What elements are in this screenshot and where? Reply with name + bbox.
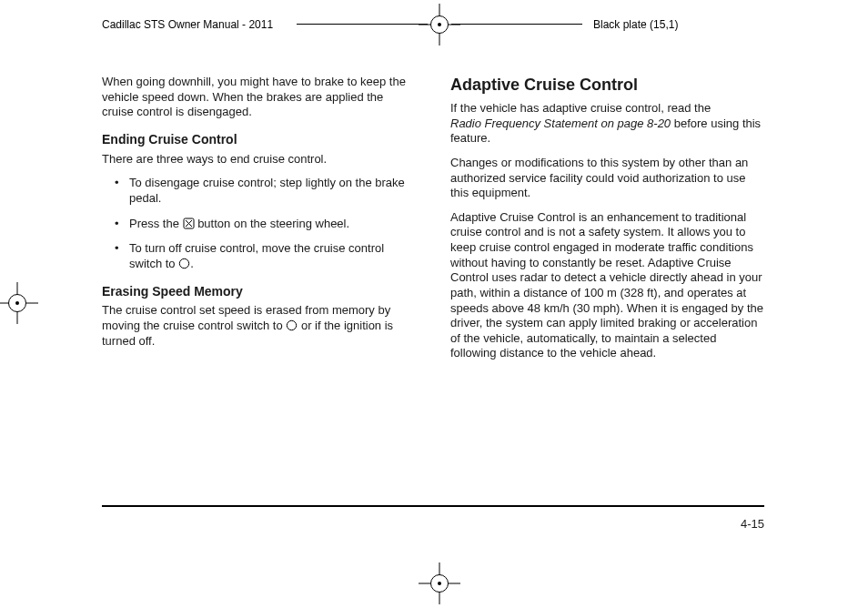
cross-reference: Radio Frequency Statement on page 8‑20 xyxy=(450,117,671,130)
adaptive-intro-paragraph: If the vehicle has adaptive cruise contr… xyxy=(450,101,764,147)
adaptive-description-paragraph: Adaptive Cruise Control is an enhancemen… xyxy=(450,210,764,361)
list-text: Press the xyxy=(129,217,183,230)
registration-mark-left xyxy=(0,282,38,324)
list-text: . xyxy=(190,257,194,270)
registration-mark-bottom xyxy=(419,562,460,604)
svg-point-3 xyxy=(179,258,188,268)
list-text: button on the steering wheel. xyxy=(195,217,350,230)
off-switch-icon xyxy=(286,319,298,331)
registration-mark-top xyxy=(419,4,460,46)
footer-rule xyxy=(102,505,764,507)
header-right-text: Black plate (15,1) xyxy=(593,18,678,31)
ending-cruise-list: To disengage cruise control; step lightl… xyxy=(102,176,416,271)
ending-cruise-heading: Ending Cruise Control xyxy=(102,132,416,148)
left-column: When going downhill, you might have to b… xyxy=(102,75,416,370)
cancel-button-icon xyxy=(183,218,195,229)
ending-cruise-intro: There are three ways to end cruise contr… xyxy=(102,152,416,167)
header-rule-left xyxy=(297,24,428,25)
para-text: If the vehicle has adaptive cruise contr… xyxy=(450,101,711,115)
list-item: To disengage cruise control; step lightl… xyxy=(129,176,416,206)
page-body: When going downhill, you might have to b… xyxy=(102,75,764,370)
header-left-text: Cadillac STS Owner Manual - 2011 xyxy=(102,18,273,31)
erasing-speed-paragraph: The cruise control set speed is erased f… xyxy=(102,303,416,349)
list-item: To turn off cruise control, move the cru… xyxy=(129,241,416,271)
header-rule-right xyxy=(451,24,582,25)
page-number: 4-15 xyxy=(741,517,764,531)
off-switch-icon xyxy=(178,258,190,269)
adaptive-warning-paragraph: Changes or modifications to this system … xyxy=(450,156,764,201)
svg-point-4 xyxy=(288,320,297,329)
downhill-paragraph: When going downhill, you might have to b… xyxy=(102,75,416,120)
erasing-speed-heading: Erasing Speed Memory xyxy=(102,284,416,300)
right-column: Adaptive Cruise Control If the vehicle h… xyxy=(450,75,764,370)
adaptive-cruise-heading: Adaptive Cruise Control xyxy=(450,75,764,96)
list-item: Press the button on the steering wheel. xyxy=(129,217,416,232)
list-text: To turn off cruise control, move the cru… xyxy=(129,241,384,270)
